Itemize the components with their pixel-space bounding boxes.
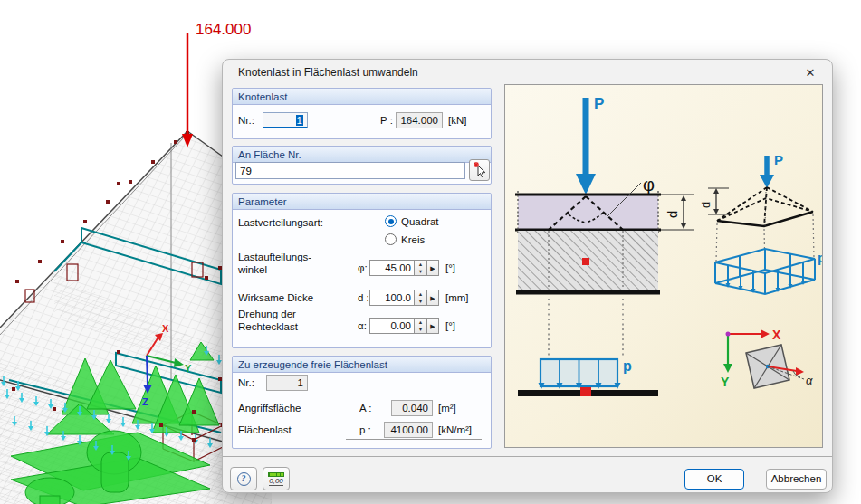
units-icon-text: 0,00 [269, 477, 283, 486]
knotenlast-nr-value: 1 [296, 115, 303, 126]
winkel-unit: [°] [445, 262, 455, 273]
drehung-detail-button[interactable]: ▶ [427, 318, 439, 334]
result-area-label: Angriffsfläche [238, 403, 301, 414]
winkel-symbol: φ: [358, 262, 368, 273]
result-load-field: 4100.00 [384, 422, 433, 438]
result-load-label: Flächenlast [238, 424, 292, 435]
units-settings-button[interactable]: 0,00 [263, 467, 290, 490]
help-icon: ? [237, 472, 251, 486]
pick-surface-button[interactable] [469, 159, 490, 181]
model-axis-x-label: X [162, 323, 169, 334]
dicke-input[interactable]: 100.0 [369, 290, 415, 306]
dicke-unit: [mm] [445, 292, 469, 303]
alpha-label: α [806, 374, 813, 387]
group-flaeche-title: An Fläche Nr. [233, 147, 491, 163]
convert-nodal-load-dialog: Knotenlast in Flächenlast umwandeln ✕ Kn… [222, 59, 833, 493]
diagram-axis-y-label: Y [721, 375, 730, 389]
drehung-label-line2: Rechtecklast [238, 321, 298, 332]
dialog-titlebar[interactable]: Knotenlast in Flächenlast umwandeln ✕ [223, 60, 832, 85]
model-axis-z-label: Z [142, 396, 148, 407]
group-flaeche: An Fläche Nr. [232, 146, 492, 185]
group-knotenlast: Knotenlast Nr.: 1 P : 164.000 [kN] [232, 88, 492, 139]
phi-label: φ [643, 175, 655, 195]
winkel-spinbox: 45.00 ▲ ▼ ▶ [369, 260, 439, 276]
diagram-axes-alpha: X Y α [721, 328, 813, 389]
illustration-drawing: P φ d [505, 85, 822, 447]
help-button[interactable]: ? [230, 467, 257, 490]
surface-number-input[interactable] [235, 162, 465, 179]
p-load-right-label: p [818, 250, 822, 265]
dicke-symbol: d : [358, 292, 369, 303]
group-knotenlast-title: Knotenlast [233, 89, 491, 105]
p-right-label: P [774, 152, 783, 167]
result-nr-field: 1 [266, 375, 308, 391]
knotenlast-p-label: P : [380, 115, 393, 126]
result-load-unit: [kN/m²] [438, 424, 472, 435]
d-left-label: d [665, 211, 680, 218]
dicke-spin-up-icon[interactable]: ▲ [415, 290, 426, 298]
p-left-label: P [594, 95, 604, 112]
knotenlast-p-unit: [kN] [448, 115, 466, 126]
knotenlast-p-field: 164.000 [396, 112, 443, 128]
cancel-button[interactable]: Abbrechen [766, 469, 827, 490]
result-area-unit: [m²] [438, 403, 456, 414]
dicke-spinbox: 100.0 ▲ ▼ ▶ [369, 290, 439, 306]
diagram-right-section: P d [699, 152, 822, 294]
drehung-input[interactable]: 0.00 [369, 318, 415, 334]
verteilungsart-label: Lastverteilungsart: [238, 217, 323, 228]
group-parameter-title: Parameter [233, 194, 491, 210]
result-nr-label: Nr.: [238, 377, 254, 388]
diagram-left-section: P φ d [515, 95, 694, 396]
cursor-pick-icon [470, 160, 489, 180]
knotenlast-nr-field[interactable]: 1 [263, 112, 308, 128]
p-load-left-label: p [623, 358, 632, 374]
model-axis-y-label: Y [185, 363, 192, 374]
drehung-unit: [°] [445, 320, 455, 331]
dialog-title: Knotenlast in Flächenlast umwandeln [238, 66, 418, 79]
splitter-grip[interactable] [346, 439, 482, 440]
drehung-label-line1: Drehung der [238, 309, 296, 319]
dicke-detail-button[interactable]: ▶ [427, 290, 439, 306]
close-icon[interactable]: ✕ [798, 63, 823, 83]
d-right-label: d [699, 202, 713, 208]
dicke-spinner: ▲ ▼ [415, 290, 427, 306]
winkel-input[interactable]: 45.00 [369, 260, 415, 276]
group-result: Zu erzeugende freie Flächenlast Nr.: 1 A… [232, 356, 492, 449]
radio-kreis-icon [385, 233, 397, 245]
group-result-title: Zu erzeugende freie Flächenlast [233, 357, 491, 373]
drehung-spinbox: 0.00 ▲ ▼ ▶ [369, 318, 439, 334]
drehung-spin-down-icon[interactable]: ▼ [415, 326, 426, 333]
winkel-spinner: ▲ ▼ [415, 260, 427, 276]
drehung-spin-up-icon[interactable]: ▲ [415, 319, 426, 326]
result-area-symbol: A : [359, 403, 371, 414]
radio-kreis-label: Kreis [401, 234, 425, 245]
winkel-detail-button[interactable]: ▶ [427, 260, 439, 276]
nodal-load-value-label: 164.000 [196, 21, 251, 38]
dicke-spin-down-icon[interactable]: ▼ [415, 298, 426, 305]
dicke-label: Wirksame Dicke [238, 292, 313, 303]
drehung-symbol: α: [358, 320, 367, 331]
radio-kreis[interactable]: Kreis [385, 233, 425, 245]
winkel-label-line2: winkel [238, 264, 267, 275]
knotenlast-nr-label: Nr.: [238, 115, 254, 126]
radio-quadrat[interactable]: Quadrat [385, 215, 439, 227]
footer-separator [223, 456, 832, 457]
winkel-spin-down-icon[interactable]: ▼ [415, 268, 426, 275]
app-canvas: X Y Z 164.000 Knotenlast in Flächenlast … [0, 0, 861, 504]
diagram-axis-x-label: X [772, 328, 781, 342]
group-parameter: Parameter Lastverteilungsart: Quadrat Kr… [232, 193, 492, 348]
winkel-label-line1: Lastaufteilungs- [238, 252, 311, 262]
result-load-symbol: p : [359, 424, 371, 435]
illustration-panel: P φ d [504, 84, 823, 448]
radio-quadrat-label: Quadrat [401, 216, 439, 227]
winkel-spin-up-icon[interactable]: ▲ [415, 261, 426, 268]
radio-quadrat-icon [385, 215, 397, 227]
ok-button[interactable]: OK [684, 469, 744, 490]
result-area-field: 0.040 [391, 400, 433, 416]
drehung-spinner: ▲ ▼ [415, 318, 427, 334]
